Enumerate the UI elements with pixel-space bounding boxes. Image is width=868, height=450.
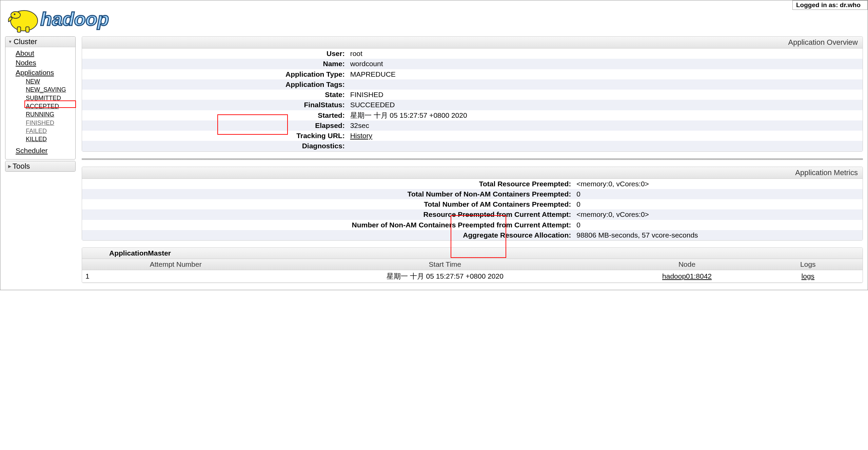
overview-row: Application Type:MAPREDUCE bbox=[82, 69, 863, 79]
overview-label: Application Tags: bbox=[82, 79, 348, 90]
metric-value: 0 bbox=[574, 220, 863, 230]
svg-rect-4 bbox=[26, 27, 29, 32]
panel-title-metrics: Application Metrics bbox=[82, 167, 863, 179]
metric-row: Number of Non-AM Containers Preempted fr… bbox=[82, 220, 863, 230]
panel-title-overview: Application Overview bbox=[82, 37, 863, 49]
sidebar-link-state-new-saving[interactable]: NEW_SAVING bbox=[26, 86, 75, 94]
svg-point-1 bbox=[11, 12, 20, 18]
sidebar-section-tools: ▶ Tools bbox=[5, 161, 76, 172]
am-attempt-number: 1 bbox=[82, 270, 269, 283]
overview-label: Diagnostics: bbox=[82, 141, 348, 151]
am-row: 1 星期一 十月 05 15:27:57 +0800 2020 hadoop01… bbox=[82, 270, 863, 283]
am-logs-link[interactable]: logs bbox=[802, 272, 815, 280]
overview-value: root bbox=[348, 49, 863, 59]
metric-row: Total Number of AM Containers Preempted:… bbox=[82, 199, 863, 209]
main-content: Application Overview User:rootName:wordc… bbox=[82, 36, 863, 283]
panel-application-overview: Application Overview User:rootName:wordc… bbox=[82, 36, 863, 152]
am-node-link[interactable]: hadoop01:8042 bbox=[662, 272, 712, 280]
sidebar-header-tools[interactable]: ▶ Tools bbox=[5, 161, 75, 171]
svg-text:hadoop: hadoop bbox=[40, 8, 109, 30]
overview-row: Application Tags: bbox=[82, 79, 863, 90]
hadoop-logo: hadoop bbox=[5, 0, 863, 36]
chevron-right-icon: ▶ bbox=[8, 164, 11, 169]
metric-value: 98806 MB-seconds, 57 vcore-seconds bbox=[574, 230, 863, 240]
sidebar-title-tools: Tools bbox=[13, 162, 30, 171]
am-col-logs[interactable]: Logs bbox=[753, 259, 863, 270]
overview-label: Elapsed: bbox=[82, 120, 348, 131]
metric-label: Total Number of AM Containers Preempted: bbox=[82, 199, 574, 209]
metric-value: 0 bbox=[574, 199, 863, 209]
sidebar-link-state-new[interactable]: NEW bbox=[26, 77, 75, 86]
metric-label: Number of Non-AM Containers Preempted fr… bbox=[82, 220, 574, 230]
metric-value: 0 bbox=[574, 189, 863, 199]
tracking-url-link[interactable]: History bbox=[350, 132, 372, 139]
sidebar-link-state-submitted[interactable]: SUBMITTED bbox=[26, 94, 75, 102]
am-col-node[interactable]: Node bbox=[620, 259, 753, 270]
overview-row: Started:星期一 十月 05 15:27:57 +0800 2020 bbox=[82, 110, 863, 120]
overview-rows: User:rootName:wordcountApplication Type:… bbox=[82, 49, 863, 151]
sidebar-link-state-failed[interactable]: FAILED bbox=[26, 127, 75, 135]
overview-label: FinalStatus: bbox=[82, 100, 348, 110]
metric-label: Total Resource Preempted: bbox=[82, 179, 574, 189]
overview-label: Application Type: bbox=[82, 69, 348, 79]
overview-label: Name: bbox=[82, 59, 348, 69]
am-col-start[interactable]: Start Time bbox=[269, 259, 620, 270]
am-table-title: ApplicationMaster bbox=[82, 248, 863, 259]
overview-row: Tracking URL:History bbox=[82, 131, 863, 141]
overview-label: State: bbox=[82, 90, 348, 100]
sidebar-link-applications[interactable]: Applications bbox=[16, 68, 75, 77]
metric-label: Total Number of Non-AM Containers Preemp… bbox=[82, 189, 574, 199]
overview-row: User:root bbox=[82, 49, 863, 59]
overview-value: FINISHED bbox=[348, 90, 863, 100]
overview-value: History bbox=[348, 131, 863, 141]
divider bbox=[82, 158, 863, 160]
login-status: Logged in as: dr.who bbox=[792, 0, 868, 10]
overview-row: Elapsed:32sec bbox=[82, 120, 863, 131]
metric-value: <memory:0, vCores:0> bbox=[574, 179, 863, 189]
sidebar-link-state-finished[interactable]: FINISHED bbox=[26, 119, 75, 127]
metric-row: Aggregate Resource Allocation:98806 MB-s… bbox=[82, 230, 863, 240]
panel-application-metrics: Application Metrics Total Resource Preem… bbox=[82, 167, 863, 241]
overview-value: wordcount bbox=[348, 59, 863, 69]
overview-value: SUCCEEDED bbox=[348, 100, 863, 110]
am-start-time: 星期一 十月 05 15:27:57 +0800 2020 bbox=[269, 270, 620, 283]
svg-rect-3 bbox=[17, 27, 21, 32]
overview-row: FinalStatus:SUCCEEDED bbox=[82, 100, 863, 110]
application-master-table: ApplicationMaster Attempt Number Start T… bbox=[82, 247, 863, 283]
sidebar-section-cluster: ▼ Cluster About Nodes Applications NEW N… bbox=[5, 36, 76, 160]
sidebar-title-cluster: Cluster bbox=[14, 37, 37, 46]
metrics-rows: Total Resource Preempted:<memory:0, vCor… bbox=[82, 179, 863, 241]
overview-value bbox=[348, 141, 863, 151]
svg-point-2 bbox=[14, 14, 16, 15]
overview-row: State:FINISHED bbox=[82, 90, 863, 100]
sidebar-link-state-running[interactable]: RUNNING bbox=[26, 110, 75, 118]
overview-value: 星期一 十月 05 15:27:57 +0800 2020 bbox=[348, 110, 863, 120]
metric-label: Resource Preempted from Current Attempt: bbox=[82, 209, 574, 220]
sidebar-link-state-accepted[interactable]: ACCEPTED bbox=[26, 102, 75, 110]
metric-row: Total Resource Preempted:<memory:0, vCor… bbox=[82, 179, 863, 189]
metric-row: Resource Preempted from Current Attempt:… bbox=[82, 209, 863, 220]
overview-value bbox=[348, 79, 863, 90]
sidebar-link-about[interactable]: About bbox=[16, 49, 75, 58]
sidebar-link-nodes[interactable]: Nodes bbox=[16, 58, 75, 68]
overview-value: MAPREDUCE bbox=[348, 69, 863, 79]
overview-value: 32sec bbox=[348, 120, 863, 131]
sidebar-link-state-killed[interactable]: KILLED bbox=[26, 135, 75, 143]
chevron-down-icon: ▼ bbox=[8, 39, 12, 44]
am-col-attempt[interactable]: Attempt Number bbox=[82, 259, 269, 270]
metric-value: <memory:0, vCores:0> bbox=[574, 209, 863, 220]
metric-row: Total Number of Non-AM Containers Preemp… bbox=[82, 189, 863, 199]
overview-row: Name:wordcount bbox=[82, 59, 863, 69]
sidebar: ▼ Cluster About Nodes Applications NEW N… bbox=[5, 36, 76, 283]
metric-label: Aggregate Resource Allocation: bbox=[82, 230, 574, 240]
sidebar-header-cluster[interactable]: ▼ Cluster bbox=[5, 37, 75, 47]
overview-label: Started: bbox=[82, 110, 348, 120]
sidebar-link-scheduler[interactable]: Scheduler bbox=[16, 146, 75, 155]
overview-label: User: bbox=[82, 49, 348, 59]
overview-row: Diagnostics: bbox=[82, 141, 863, 151]
overview-label: Tracking URL: bbox=[82, 131, 348, 141]
